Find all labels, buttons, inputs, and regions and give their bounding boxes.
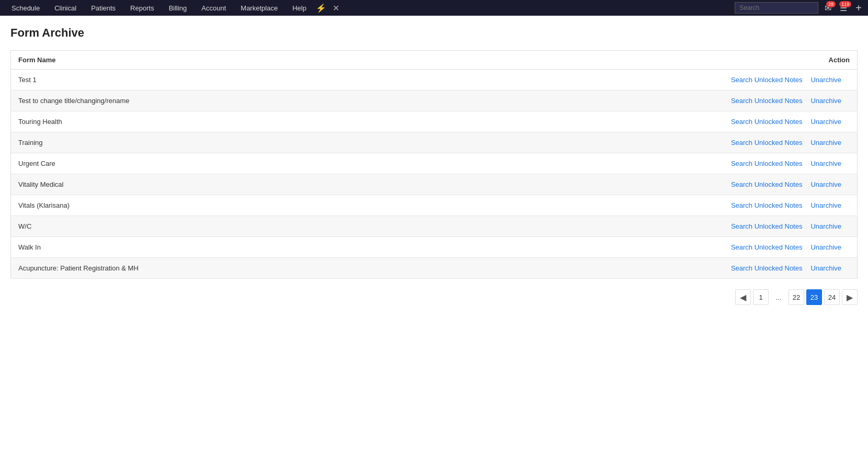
form-name-cell: Walk In: [11, 237, 437, 258]
nav-help[interactable]: Help: [285, 0, 314, 16]
search-unlocked-notes-link[interactable]: Search Unlocked Notes: [731, 118, 803, 126]
form-name-cell: Test to change title/changing/rename: [11, 91, 437, 111]
search-input[interactable]: [735, 2, 818, 14]
notifications-icon-btn[interactable]: ☰ 119: [838, 3, 849, 13]
notifications-badge: 119: [839, 1, 851, 7]
action-cell: Search Unlocked NotesUnarchive: [436, 195, 857, 216]
mail-badge: 28: [826, 1, 836, 7]
table-row: Test to change title/changing/renameSear…: [11, 91, 858, 111]
search-unlocked-notes-link[interactable]: Search Unlocked Notes: [731, 160, 803, 167]
nav-right: ✉ 28 ☰ 119 +: [735, 2, 864, 14]
action-cell: Search Unlocked NotesUnarchive: [436, 216, 857, 237]
search-unlocked-notes-link[interactable]: Search Unlocked Notes: [731, 243, 803, 251]
form-name-cell: Vitality Medical: [11, 174, 437, 195]
unarchive-link[interactable]: Unarchive: [810, 180, 841, 188]
form-name-cell: Acupuncture: Patient Registration & MH: [11, 258, 437, 279]
page-btn-1[interactable]: 1: [753, 289, 769, 305]
table-row: Test 1Search Unlocked NotesUnarchive: [11, 70, 858, 91]
search-unlocked-notes-link[interactable]: Search Unlocked Notes: [731, 76, 803, 84]
table-row: Urgent CareSearch Unlocked NotesUnarchiv…: [11, 153, 858, 174]
action-cell: Search Unlocked NotesUnarchive: [436, 111, 857, 132]
action-cell: Search Unlocked NotesUnarchive: [436, 132, 857, 153]
table-row: Vitals (Klarisana)Search Unlocked NotesU…: [11, 195, 858, 216]
nav-schedule[interactable]: Schedule: [4, 0, 47, 16]
nav-clinical[interactable]: Clinical: [47, 0, 84, 16]
table-row: Walk InSearch Unlocked NotesUnarchive: [11, 237, 858, 258]
table-header-row: Form Name Action: [11, 51, 858, 70]
nav-items: Schedule Clinical Patients Reports Billi…: [4, 0, 735, 16]
action-cell: Search Unlocked NotesUnarchive: [436, 258, 857, 279]
page-ellipsis: ...: [771, 289, 786, 305]
col-form-name: Form Name: [11, 51, 437, 70]
action-cell: Search Unlocked NotesUnarchive: [436, 153, 857, 174]
action-cell: Search Unlocked NotesUnarchive: [436, 70, 857, 91]
nav-billing[interactable]: Billing: [162, 0, 195, 16]
nav-patients[interactable]: Patients: [84, 0, 123, 16]
unarchive-link[interactable]: Unarchive: [810, 243, 841, 251]
nav-marketplace[interactable]: Marketplace: [233, 0, 285, 16]
form-name-cell: Touring Health: [11, 111, 437, 132]
nav-separator: ⚡: [314, 3, 328, 13]
unarchive-link[interactable]: Unarchive: [810, 139, 841, 146]
form-name-cell: Test 1: [11, 70, 437, 91]
search-unlocked-notes-link[interactable]: Search Unlocked Notes: [731, 180, 803, 188]
form-name-cell: Urgent Care: [11, 153, 437, 174]
search-unlocked-notes-link[interactable]: Search Unlocked Notes: [731, 222, 803, 230]
form-name-cell: W/C: [11, 216, 437, 237]
unarchive-link[interactable]: Unarchive: [810, 118, 841, 126]
unarchive-link[interactable]: Unarchive: [810, 97, 841, 105]
unarchive-link[interactable]: Unarchive: [810, 222, 841, 230]
archive-table: Form Name Action Test 1Search Unlocked N…: [10, 50, 858, 279]
pagination: ◀ 1 ... 22 23 24 ▶: [10, 289, 858, 305]
page-btn-24[interactable]: 24: [824, 289, 840, 305]
nav-account[interactable]: Account: [194, 0, 233, 16]
unarchive-link[interactable]: Unarchive: [810, 160, 841, 167]
next-page-btn[interactable]: ▶: [842, 289, 858, 305]
mail-icon-btn[interactable]: ✉ 28: [823, 3, 833, 13]
nav-reports[interactable]: Reports: [123, 0, 162, 16]
table-row: TrainingSearch Unlocked NotesUnarchive: [11, 132, 858, 153]
table-row: W/CSearch Unlocked NotesUnarchive: [11, 216, 858, 237]
page-btn-23[interactable]: 23: [806, 289, 822, 305]
form-name-cell: Training: [11, 132, 437, 153]
prev-page-btn[interactable]: ◀: [735, 289, 751, 305]
search-unlocked-notes-link[interactable]: Search Unlocked Notes: [731, 264, 803, 272]
nav-close-btn[interactable]: ✕: [328, 3, 344, 13]
main-content: Form Archive Form Name Action Test 1Sear…: [0, 16, 868, 315]
top-nav: Schedule Clinical Patients Reports Billi…: [0, 0, 868, 16]
page-btn-22[interactable]: 22: [789, 289, 804, 305]
form-name-cell: Vitals (Klarisana): [11, 195, 437, 216]
add-btn[interactable]: +: [853, 2, 864, 14]
unarchive-link[interactable]: Unarchive: [810, 201, 841, 209]
search-unlocked-notes-link[interactable]: Search Unlocked Notes: [731, 201, 803, 209]
unarchive-link[interactable]: Unarchive: [810, 76, 841, 84]
action-cell: Search Unlocked NotesUnarchive: [436, 174, 857, 195]
page-title: Form Archive: [10, 26, 858, 40]
search-unlocked-notes-link[interactable]: Search Unlocked Notes: [731, 139, 803, 146]
action-cell: Search Unlocked NotesUnarchive: [436, 237, 857, 258]
unarchive-link[interactable]: Unarchive: [810, 264, 841, 272]
table-row: Vitality MedicalSearch Unlocked NotesUna…: [11, 174, 858, 195]
col-action: Action: [436, 51, 857, 70]
search-unlocked-notes-link[interactable]: Search Unlocked Notes: [731, 97, 803, 105]
action-cell: Search Unlocked NotesUnarchive: [436, 91, 857, 111]
table-row: Touring HealthSearch Unlocked NotesUnarc…: [11, 111, 858, 132]
table-row: Acupuncture: Patient Registration & MHSe…: [11, 258, 858, 279]
